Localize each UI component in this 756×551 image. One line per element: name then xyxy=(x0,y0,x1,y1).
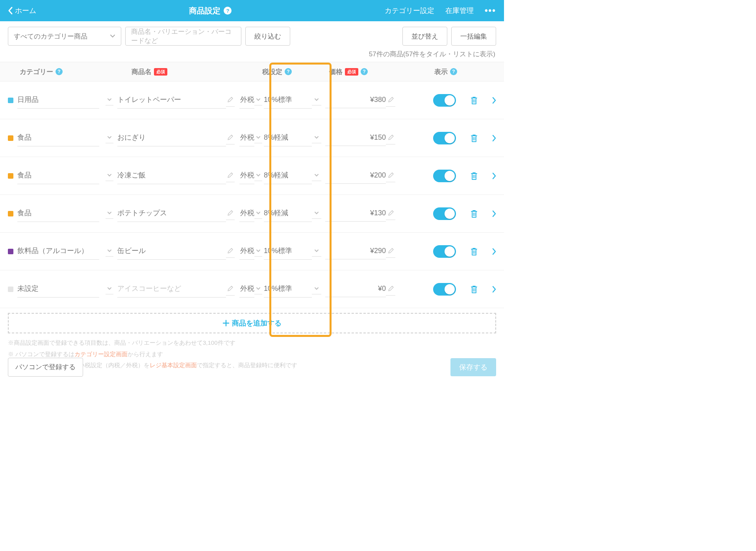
pencil-icon[interactable] xyxy=(226,207,235,220)
help-icon[interactable]: ? xyxy=(285,68,292,75)
tax-type-select[interactable]: 外税 xyxy=(239,281,254,298)
table-row: 飲料品（アルコール） 缶ビール 外税 10%標準 ¥290 xyxy=(0,233,504,270)
price-input[interactable]: ¥290 xyxy=(325,244,386,259)
table-row: 食品 おにぎり 外税 8%軽減 ¥150 xyxy=(0,119,504,157)
pencil-icon[interactable] xyxy=(386,245,395,258)
price-input[interactable]: ¥130 xyxy=(325,206,386,222)
chevron-down-icon xyxy=(312,208,321,219)
pencil-icon[interactable] xyxy=(226,94,235,107)
category-select[interactable]: 日用品 xyxy=(17,92,99,109)
category-filter-select[interactable]: すべてのカテゴリー商品 xyxy=(8,27,121,46)
pencil-icon[interactable] xyxy=(386,131,395,144)
table-row: 食品 ポテトチップス 外税 8%軽減 ¥130 xyxy=(0,195,504,233)
pencil-icon[interactable] xyxy=(386,169,395,182)
tax-type-select[interactable]: 外税 xyxy=(239,167,254,184)
pencil-icon[interactable] xyxy=(226,245,235,258)
tax-rate-select[interactable]: 10%標準 xyxy=(264,92,312,109)
display-toggle[interactable] xyxy=(433,245,456,258)
category-select[interactable]: 食品 xyxy=(17,167,99,184)
register-on-pc-button[interactable]: パソコンで登録する xyxy=(8,358,83,377)
tax-type-select[interactable]: 外税 xyxy=(239,92,254,109)
chevron-right-icon[interactable] xyxy=(492,286,496,293)
chevron-right-icon[interactable] xyxy=(492,135,496,142)
pencil-icon[interactable] xyxy=(226,131,235,144)
help-icon[interactable]: ? xyxy=(224,7,232,15)
chevron-down-icon xyxy=(106,208,113,219)
plus-icon xyxy=(222,320,230,327)
required-badge: 必須 xyxy=(345,68,358,76)
trash-icon[interactable] xyxy=(470,134,478,142)
pencil-icon[interactable] xyxy=(226,283,235,296)
price-input[interactable]: ¥380 xyxy=(325,92,386,108)
bulk-edit-button[interactable]: 一括編集 xyxy=(451,27,496,46)
price-input[interactable]: ¥0 xyxy=(325,281,386,297)
tax-rate-select[interactable]: 8%軽減 xyxy=(264,167,312,184)
help-icon[interactable]: ? xyxy=(56,68,63,75)
product-name-input[interactable]: 缶ビール xyxy=(117,243,226,260)
table-row: 未設定 アイスコーヒーなど 外税 10%標準 ¥0 xyxy=(0,270,504,308)
chevron-down-icon xyxy=(106,133,113,143)
category-swatch xyxy=(8,173,13,179)
price-input[interactable]: ¥150 xyxy=(325,130,386,146)
inventory-link[interactable]: 在庫管理 xyxy=(445,6,474,15)
tax-type-select[interactable]: 外税 xyxy=(239,243,254,260)
chevron-down-icon xyxy=(106,95,113,105)
tax-rate-select[interactable]: 10%標準 xyxy=(264,243,312,260)
category-select[interactable]: 食品 xyxy=(17,205,99,222)
chevron-right-icon[interactable] xyxy=(492,97,496,104)
tax-type-select[interactable]: 外税 xyxy=(239,129,254,146)
trash-icon[interactable] xyxy=(470,247,478,256)
chevron-right-icon[interactable] xyxy=(492,210,496,217)
trash-icon[interactable] xyxy=(470,172,478,180)
tax-rate-select[interactable]: 8%軽減 xyxy=(264,205,312,222)
pencil-icon[interactable] xyxy=(386,207,395,220)
save-button[interactable]: 保存する xyxy=(450,358,496,376)
product-name-input[interactable]: アイスコーヒーなど xyxy=(117,281,226,298)
toolbar: すべてのカテゴリー商品 商品名・バリエーション・バーコードなど 絞り込む 並び替… xyxy=(0,21,504,46)
chevron-down-icon xyxy=(312,95,321,105)
help-icon[interactable]: ? xyxy=(361,68,368,75)
display-toggle[interactable] xyxy=(433,283,456,296)
table-header: カテゴリー? 商品名必須 税設定? 価格必須? 表示? xyxy=(0,62,504,81)
app-header: ホーム 商品設定 ? カテゴリー設定 在庫管理 ••• xyxy=(0,0,504,21)
filter-button[interactable]: 絞り込む xyxy=(245,27,290,46)
trash-icon[interactable] xyxy=(470,285,478,294)
trash-icon[interactable] xyxy=(470,96,478,105)
pencil-icon[interactable] xyxy=(386,94,395,107)
chevron-right-icon[interactable] xyxy=(492,172,496,179)
category-select[interactable]: 飲料品（アルコール） xyxy=(17,243,99,260)
product-name-input[interactable]: 冷凍ご飯 xyxy=(117,167,226,184)
pencil-icon[interactable] xyxy=(386,283,395,296)
back-button[interactable]: ホーム xyxy=(8,6,36,15)
add-product-button[interactable]: 商品を追加する xyxy=(8,313,496,333)
display-toggle[interactable] xyxy=(433,132,456,144)
chevron-down-icon xyxy=(254,208,262,219)
category-select[interactable]: 未設定 xyxy=(17,281,99,298)
table-row: 日用品 トイレットペーパー 外税 10%標準 ¥380 xyxy=(0,81,504,119)
help-icon[interactable]: ? xyxy=(450,68,457,75)
chevron-right-icon[interactable] xyxy=(492,248,496,255)
product-name-input[interactable]: ポテトチップス xyxy=(117,205,226,222)
pencil-icon[interactable] xyxy=(226,169,235,182)
tax-type-select[interactable]: 外税 xyxy=(239,205,254,222)
display-toggle[interactable] xyxy=(433,170,456,182)
display-toggle[interactable] xyxy=(433,207,456,220)
product-name-input[interactable]: おにぎり xyxy=(117,129,226,146)
chevron-down-icon xyxy=(106,284,113,294)
required-badge: 必須 xyxy=(154,68,167,76)
search-input[interactable]: 商品名・バリエーション・バーコードなど xyxy=(125,27,241,46)
display-toggle[interactable] xyxy=(433,94,456,107)
tax-rate-select[interactable]: 8%軽減 xyxy=(264,129,312,146)
category-settings-link[interactable]: カテゴリー設定 xyxy=(385,6,434,15)
page-title: 商品設定 ? xyxy=(36,6,385,16)
chevron-down-icon xyxy=(254,170,262,181)
price-input[interactable]: ¥200 xyxy=(325,168,386,184)
chevron-down-icon xyxy=(312,133,321,143)
sort-button[interactable]: 並び替え xyxy=(402,27,447,46)
table-row: 食品 冷凍ご飯 外税 8%軽減 ¥200 xyxy=(0,157,504,195)
tax-rate-select[interactable]: 10%標準 xyxy=(264,281,312,298)
more-icon[interactable]: ••• xyxy=(485,6,496,16)
category-select[interactable]: 食品 xyxy=(17,129,99,146)
product-name-input[interactable]: トイレットペーパー xyxy=(117,92,226,109)
trash-icon[interactable] xyxy=(470,209,478,218)
